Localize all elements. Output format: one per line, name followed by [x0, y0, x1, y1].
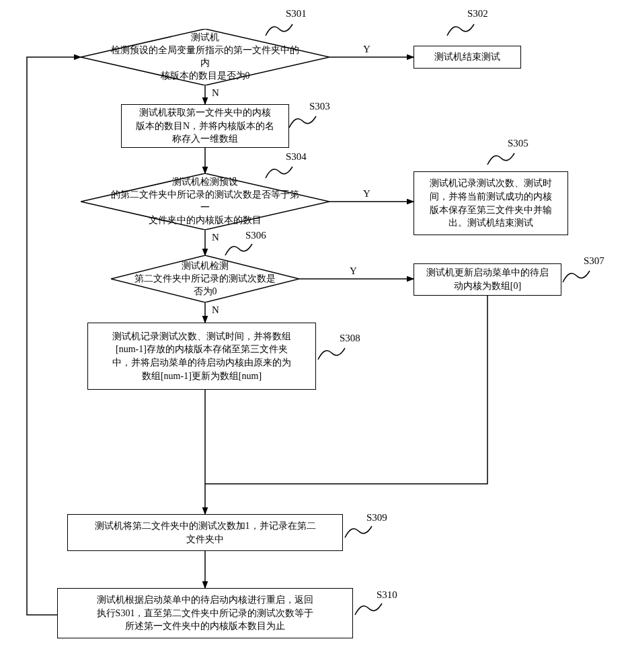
process-s309: 测试机将第二文件夹中的测试次数加1，并记录在第二 文件夹中 [67, 514, 343, 551]
decision-s306: 测试机检测 第二文件夹中所记录的测试次数是 否为0 [111, 255, 299, 302]
process-s302-text: 测试机结束测试 [434, 50, 500, 64]
process-s307: 测试机更新启动菜单中的待启 动内核为数组[0] [414, 263, 561, 296]
yn-s306-y: Y [350, 265, 357, 277]
decision-s301-text: 测试机 检测预设的全局变量所指示的第一文件夹中的内 核版本的数目是否为0 [81, 32, 329, 83]
yn-s301-n: N [212, 87, 219, 99]
process-s308-text: 测试机记录测试次数、测试时间，并将数组 [num-1]存放的内核版本存储至第三文… [112, 330, 291, 382]
squiggle-s304 [262, 161, 303, 181]
label-s305: S305 [508, 138, 528, 149]
process-s310: 测试机根据启动菜单中的待启动内核进行重启，返回 执行S301，直至第二文件夹中所… [57, 588, 353, 638]
process-s307-text: 测试机更新启动菜单中的待启 动内核为数组[0] [426, 266, 549, 292]
squiggle-s306 [222, 239, 262, 259]
yn-s306-n: N [212, 304, 219, 316]
label-s301: S301 [286, 8, 307, 19]
label-s307: S307 [584, 255, 604, 267]
decision-s304: 测试机检测预设 的第二文件夹中所记录的测试次数是否等于第一 文件夹中的内核版本的… [81, 173, 329, 230]
label-s309: S309 [366, 512, 387, 523]
yn-s304-y: Y [363, 188, 370, 200]
squiggle-s302 [444, 19, 484, 39]
label-s306: S306 [245, 230, 266, 241]
decision-s306-text: 测试机检测 第二文件夹中所记录的测试次数是 否为0 [111, 260, 299, 298]
process-s305: 测试机记录测试次数、测试时 间，并将当前测试成功的内核 版本保存至第三文件夹中并… [414, 171, 568, 235]
squiggle-s301 [262, 19, 303, 39]
process-s308: 测试机记录测试次数、测试时间，并将数组 [num-1]存放的内核版本存储至第三文… [87, 323, 316, 390]
squiggle-s307 [559, 265, 600, 286]
label-s308: S308 [340, 333, 360, 344]
yn-s301-y: Y [363, 44, 370, 55]
yn-s304-n: N [212, 232, 219, 243]
label-s303: S303 [309, 101, 330, 112]
squiggle-s309 [342, 521, 382, 541]
process-s302: 测试机结束测试 [414, 46, 521, 69]
process-s303: 测试机获取第一文件夹中的内核 版本的数目N，并将内核版本的名 称存入一维数组 [121, 104, 289, 148]
squiggle-s303 [286, 111, 326, 131]
label-s310: S310 [377, 589, 397, 601]
process-s310-text: 测试机根据启动菜单中的待启动内核进行重启，返回 执行S301，直至第二文件夹中所… [97, 593, 314, 633]
process-s309-text: 测试机将第二文件夹中的测试次数加1，并记录在第二 文件夹中 [95, 519, 316, 546]
process-s305-text: 测试机记录测试次数、测试时 间，并将当前测试成功的内核 版本保存至第三文件夹中并… [430, 177, 552, 229]
process-s303-text: 测试机获取第一文件夹中的内核 版本的数目N，并将内核版本的名 称存入一维数组 [136, 106, 274, 146]
flowchart-container: 测试机 检测预设的全局变量所指示的第一文件夹中的内 核版本的数目是否为0 测试机… [13, 13, 615, 659]
label-s304: S304 [286, 151, 307, 163]
squiggle-s310 [352, 598, 392, 618]
decision-s304-text: 测试机检测预设 的第二文件夹中所记录的测试次数是否等于第一 文件夹中的内核版本的… [81, 176, 329, 227]
label-s302: S302 [467, 8, 488, 19]
squiggle-s305 [484, 148, 524, 168]
squiggle-s308 [315, 343, 355, 363]
